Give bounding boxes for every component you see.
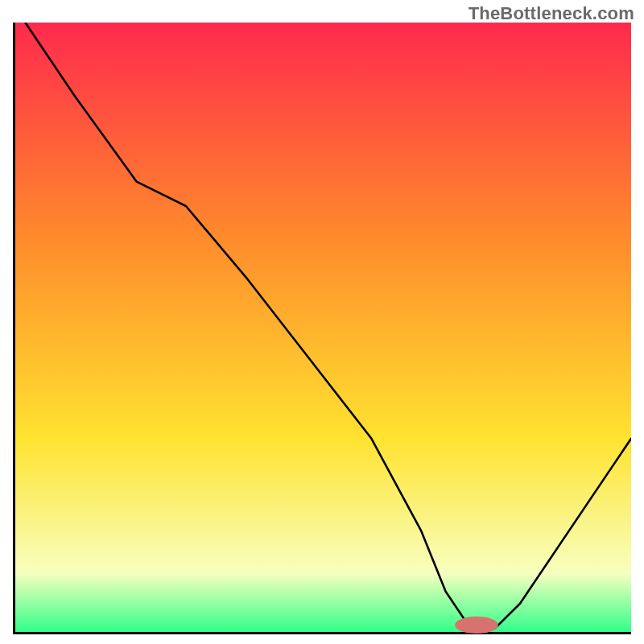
chart-background (13, 23, 631, 634)
watermark-text: TheBottleneck.com (469, 3, 634, 24)
chart-plot-area (13, 23, 631, 634)
chart-svg (13, 23, 631, 634)
optimal-marker (455, 617, 498, 634)
